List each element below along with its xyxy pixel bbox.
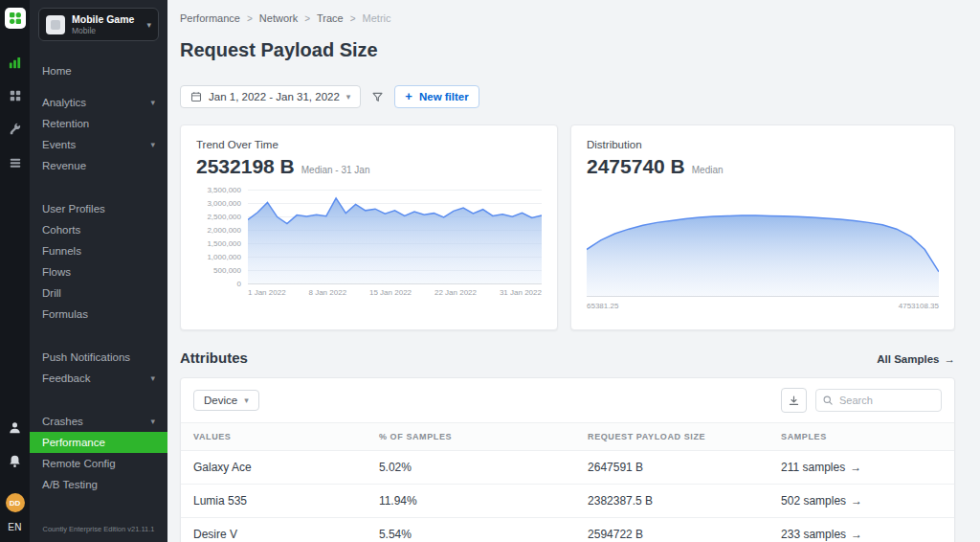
sidebar-item-label: User Profiles [42,203,105,215]
distribution-chart-svg [587,203,939,296]
management-wrench-icon[interactable] [5,119,26,140]
x-axis-tick: 1 Jan 2022 [248,288,286,297]
sidebar-nav: Home Analytics▾ Retention Events▾ Revenu… [30,43,167,495]
distribution-card-title: Distribution [587,139,939,150]
distribution-x-axis: 65381.254753108.35 [587,302,939,310]
column-header-values[interactable]: VALUES [181,423,367,451]
table-row: Desire V 5.54% 2594722 B 233 samples→ [181,518,954,542]
main-content: Performance > Network > Trace > Metric R… [167,0,980,542]
attribute-selector-value: Device [204,395,237,406]
rail-bottom: DD EN [5,417,26,532]
sidebar-item-retention[interactable]: Retention [30,113,167,134]
sidebar-item-analytics[interactable]: Analytics▾ [30,92,167,113]
sidebar-item-label: Remote Config [42,458,116,469]
y-axis-tick: 1,500,000 [207,239,241,248]
x-axis-tick: 4753108.35 [899,302,939,310]
sidebar-item-flows[interactable]: Flows [30,261,167,282]
x-axis-tick: 15 Jan 2022 [369,288,412,297]
new-filter-button[interactable]: + New filter [394,85,479,108]
plus-icon: + [405,92,412,102]
date-range-picker[interactable]: Jan 1, 2022 - Jan 31, 2022 ▾ [180,85,361,108]
sidebar-item-drill[interactable]: Drill [30,282,167,304]
breadcrumb-trace[interactable]: Trace [317,12,344,24]
sidebar-item-crashes[interactable]: Crashes▾ [30,411,167,432]
new-filter-label: New filter [419,91,469,102]
toolbar-right [781,388,942,413]
attributes-table: VALUES % OF SAMPLES REQUEST PAYLOAD SIZE… [181,422,954,542]
x-axis-tick: 65381.25 [587,302,618,310]
sidebar-item-push-notifications[interactable]: Push Notifications [30,347,167,368]
trend-over-time-card: Trend Over Time 2532198 B Median - 31 Ja… [180,124,558,330]
y-axis-tick: 1,000,000 [207,253,241,261]
notifications-bell-icon[interactable] [5,450,26,471]
filter-funnel-icon[interactable] [371,91,384,103]
breadcrumb-separator: > [247,13,253,24]
attribute-selector-dropdown[interactable]: Device ▾ [193,390,259,411]
column-header-samples[interactable]: SAMPLES [768,423,954,451]
countly-logo[interactable] [5,8,26,29]
all-samples-link[interactable]: All Samples → [877,353,955,365]
attributes-header: Attributes All Samples → [180,350,955,366]
report-manager-list-icon[interactable] [5,152,26,173]
sidebar-item-formulas[interactable]: Formulas [30,304,167,325]
search-icon [822,395,834,406]
sidebar-item-ab-testing[interactable]: A/B Testing [30,474,167,495]
cell-pct: 11.94% [367,485,575,518]
sidebar-item-home[interactable]: Home [30,60,167,81]
nav-group: Crashes▾ Performance Remote Config A/B T… [30,411,167,495]
plugins-grid-icon[interactable] [5,85,26,106]
sidebar-item-label: Funnels [42,245,81,257]
sidebar-item-user-profiles[interactable]: User Profiles [30,198,167,219]
chevron-down-icon: ▾ [146,20,151,30]
sidebar-item-performance[interactable]: Performance [30,432,167,453]
trend-median-label: Median - 31 Jan [301,165,370,175]
cell-value: Lumia 535 [181,485,367,518]
sidebar-item-label: Push Notifications [42,351,130,363]
app-type: Mobile [72,26,140,35]
user-avatar[interactable]: DD [6,493,25,512]
samples-label: 211 samples [781,461,845,474]
trend-chart-plot [248,190,542,283]
y-axis-tick: 3,000,000 [207,199,241,208]
breadcrumb-network[interactable]: Network [259,12,298,24]
x-axis-tick: 31 Jan 2022 [500,288,542,297]
sidebar-item-label: Drill [42,287,61,299]
all-samples-label: All Samples [877,353,939,365]
analytics-bars-icon[interactable] [5,52,26,73]
countly-app: DD EN Mobile Game Mobile ▾ Home Analytic… [0,0,980,542]
cell-size: 2594722 B [575,518,768,542]
sidebar-item-revenue[interactable]: Revenue [30,155,167,176]
distribution-median-label: Median [692,165,724,175]
sidebar-item-feedback[interactable]: Feedback▾ [30,368,167,389]
column-header-payload-size[interactable]: REQUEST PAYLOAD SIZE [575,423,768,451]
sidebar-item-label: Analytics [42,97,86,108]
column-header-pct-samples[interactable]: % OF SAMPLES [367,423,575,451]
breadcrumb-performance[interactable]: Performance [180,12,240,24]
table-toolbar: Device ▾ [181,388,954,422]
edition-footer: Countly Enterprise Edition v21.11.1 [30,517,167,542]
samples-link[interactable]: 233 samples→ [781,528,942,541]
breadcrumb: Performance > Network > Trace > Metric [180,12,955,24]
samples-link[interactable]: 502 samples→ [781,494,942,508]
breadcrumb-separator: > [304,13,310,24]
sidebar-item-cohorts[interactable]: Cohorts [30,219,167,240]
nav-group: User Profiles Cohorts Funnels Flows Dril… [30,198,167,325]
breadcrumb-current: Metric [363,12,391,24]
distribution-chart-plot [587,203,939,297]
search-input[interactable] [815,389,942,412]
app-selector[interactable]: Mobile Game Mobile ▾ [38,8,159,41]
sidebar-item-funnels[interactable]: Funnels [30,240,167,261]
samples-link[interactable]: 211 samples→ [781,461,942,474]
language-selector[interactable]: EN [8,522,22,532]
export-download-button[interactable] [781,388,807,413]
x-axis-tick: 8 Jan 2022 [309,288,347,297]
user-profile-icon[interactable] [5,417,26,438]
nav-group: Home [30,60,167,81]
y-axis-tick: 0 [237,280,241,288]
sidebar-item-remote-config[interactable]: Remote Config [30,453,167,474]
sidebar-item-label: Crashes [42,416,83,427]
chevron-down-icon: ▾ [346,92,351,102]
metric-cards: Trend Over Time 2532198 B Median - 31 Ja… [180,124,955,330]
arrow-right-icon: → [851,528,862,541]
sidebar-item-events[interactable]: Events▾ [30,134,167,155]
